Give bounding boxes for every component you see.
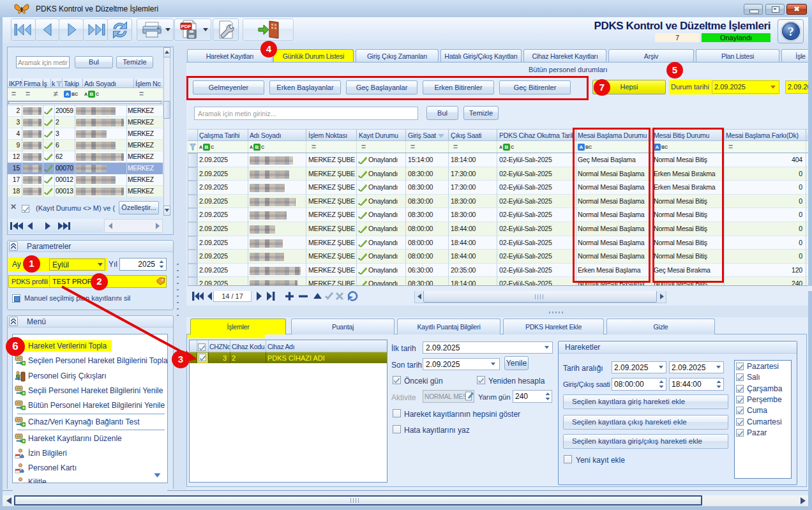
svg-text:PDF: PDF [181,24,192,29]
svg-text:?: ? [788,25,794,38]
